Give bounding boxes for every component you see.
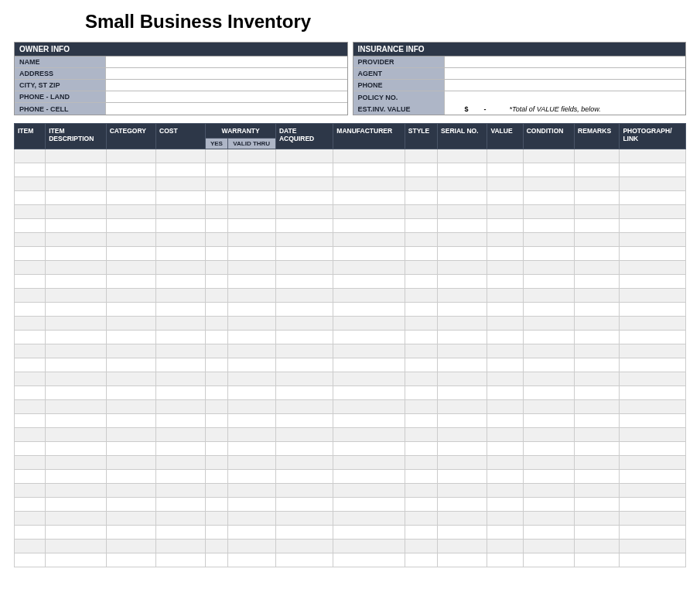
table-cell[interactable] <box>15 247 46 261</box>
table-cell[interactable] <box>275 414 333 428</box>
table-cell[interactable] <box>206 372 227 386</box>
table-cell[interactable] <box>620 303 686 317</box>
table-cell[interactable] <box>523 317 574 331</box>
table-cell[interactable] <box>620 484 686 498</box>
table-cell[interactable] <box>206 553 227 567</box>
table-cell[interactable] <box>46 400 106 414</box>
table-cell[interactable] <box>523 526 574 540</box>
table-cell[interactable] <box>106 177 155 191</box>
table-cell[interactable] <box>487 247 523 261</box>
table-cell[interactable] <box>15 317 46 331</box>
table-cell[interactable] <box>15 303 46 317</box>
table-cell[interactable] <box>275 205 333 219</box>
table-cell[interactable] <box>487 233 523 247</box>
table-cell[interactable] <box>575 372 620 386</box>
table-cell[interactable] <box>575 428 620 442</box>
table-cell[interactable] <box>227 205 275 219</box>
table-cell[interactable] <box>46 498 106 512</box>
table-cell[interactable] <box>46 261 106 275</box>
table-cell[interactable] <box>106 191 155 205</box>
table-cell[interactable] <box>523 205 574 219</box>
table-cell[interactable] <box>575 247 620 261</box>
table-cell[interactable] <box>15 275 46 289</box>
table-cell[interactable] <box>523 275 574 289</box>
table-cell[interactable] <box>575 317 620 331</box>
table-cell[interactable] <box>206 470 227 484</box>
table-cell[interactable] <box>227 344 275 358</box>
table-cell[interactable] <box>275 317 333 331</box>
table-cell[interactable] <box>206 358 227 372</box>
table-cell[interactable] <box>487 303 523 317</box>
table-cell[interactable] <box>523 484 574 498</box>
table-cell[interactable] <box>620 442 686 456</box>
table-cell[interactable] <box>523 344 574 358</box>
table-cell[interactable] <box>487 177 523 191</box>
table-cell[interactable] <box>106 275 155 289</box>
table-cell[interactable] <box>46 428 106 442</box>
table-cell[interactable] <box>46 317 106 331</box>
table-cell[interactable] <box>575 163 620 177</box>
table-cell[interactable] <box>156 540 206 553</box>
table-cell[interactable] <box>438 233 487 247</box>
table-cell[interactable] <box>206 414 227 428</box>
table-cell[interactable] <box>275 442 333 456</box>
table-cell[interactable] <box>620 372 686 386</box>
table-cell[interactable] <box>106 400 155 414</box>
table-cell[interactable] <box>206 386 227 400</box>
table-cell[interactable] <box>156 303 206 317</box>
table-cell[interactable] <box>156 553 206 567</box>
table-cell[interactable] <box>405 456 437 470</box>
table-cell[interactable] <box>487 512 523 526</box>
table-cell[interactable] <box>206 442 227 456</box>
table-cell[interactable] <box>15 386 46 400</box>
table-cell[interactable] <box>523 247 574 261</box>
table-cell[interactable] <box>46 372 106 386</box>
table-cell[interactable] <box>46 414 106 428</box>
table-cell[interactable] <box>156 344 206 358</box>
table-cell[interactable] <box>46 247 106 261</box>
table-cell[interactable] <box>333 261 405 275</box>
table-cell[interactable] <box>15 331 46 344</box>
table-cell[interactable] <box>46 344 106 358</box>
table-cell[interactable] <box>156 512 206 526</box>
table-cell[interactable] <box>438 400 487 414</box>
table-cell[interactable] <box>46 191 106 205</box>
table-cell[interactable] <box>333 470 405 484</box>
table-cell[interactable] <box>106 205 155 219</box>
table-cell[interactable] <box>575 331 620 344</box>
table-cell[interactable] <box>575 470 620 484</box>
table-cell[interactable] <box>275 400 333 414</box>
table-cell[interactable] <box>438 526 487 540</box>
table-cell[interactable] <box>405 289 437 303</box>
table-cell[interactable] <box>46 358 106 372</box>
table-cell[interactable] <box>275 247 333 261</box>
table-cell[interactable] <box>227 526 275 540</box>
table-cell[interactable] <box>405 498 437 512</box>
table-cell[interactable] <box>15 484 46 498</box>
table-cell[interactable] <box>227 275 275 289</box>
table-cell[interactable] <box>15 414 46 428</box>
table-cell[interactable] <box>156 414 206 428</box>
table-cell[interactable] <box>405 344 437 358</box>
table-cell[interactable] <box>523 233 574 247</box>
table-cell[interactable] <box>620 261 686 275</box>
table-cell[interactable] <box>575 484 620 498</box>
table-cell[interactable] <box>46 219 106 233</box>
table-cell[interactable] <box>620 247 686 261</box>
table-cell[interactable] <box>156 317 206 331</box>
table-cell[interactable] <box>575 414 620 428</box>
table-cell[interactable] <box>438 289 487 303</box>
table-cell[interactable] <box>227 149 275 163</box>
table-cell[interactable] <box>333 414 405 428</box>
table-cell[interactable] <box>227 358 275 372</box>
table-cell[interactable] <box>333 428 405 442</box>
table-cell[interactable] <box>405 177 437 191</box>
table-cell[interactable] <box>206 540 227 553</box>
table-cell[interactable] <box>575 275 620 289</box>
table-cell[interactable] <box>206 247 227 261</box>
table-cell[interactable] <box>620 233 686 247</box>
table-cell[interactable] <box>156 219 206 233</box>
table-cell[interactable] <box>333 526 405 540</box>
table-cell[interactable] <box>227 163 275 177</box>
table-cell[interactable] <box>405 470 437 484</box>
